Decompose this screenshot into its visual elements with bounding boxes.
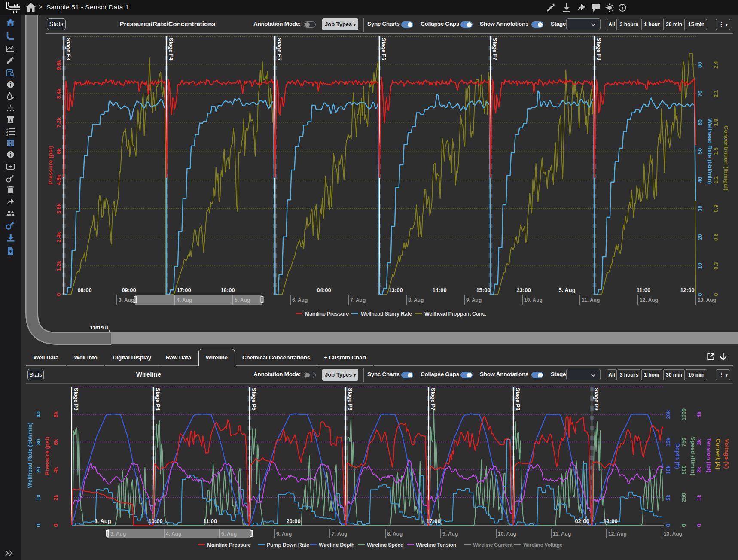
svg-text:Tension (lbf): Tension (lbf): [706, 438, 712, 472]
svg-text:Stage P3: Stage P3: [73, 388, 79, 411]
svg-text:Pressure (psi): Pressure (psi): [44, 437, 50, 475]
svg-text:Stage P6: Stage P6: [347, 388, 353, 411]
svg-text:3. Aug: 3. Aug: [110, 531, 126, 537]
svg-text:17:00: 17:00: [426, 518, 440, 524]
svg-text:6. Aug: 6. Aug: [276, 531, 292, 537]
svg-text:Wellhead Rate (bbl/min): Wellhead Rate (bbl/min): [27, 423, 33, 488]
svg-text:4k: 4k: [53, 467, 59, 473]
svg-text:4k: 4k: [696, 411, 702, 417]
svg-text:Stage P5: Stage P5: [251, 388, 257, 411]
svg-text:1: 1: [6, 128, 8, 130]
svg-text:Wireline Tension: Wireline Tension: [416, 542, 456, 548]
svg-text:3k: 3k: [696, 439, 702, 445]
svg-text:1000: 1000: [681, 408, 687, 420]
svg-text:0: 0: [665, 523, 671, 527]
svg-text:11:00: 11:00: [203, 518, 217, 524]
svg-text:0: 0: [696, 523, 702, 527]
svg-text:Speed (ft/min): Speed (ft/min): [690, 437, 696, 475]
svg-text:20: 20: [36, 467, 42, 473]
svg-text:250: 250: [681, 493, 687, 502]
svg-text:Mainline Pressure: Mainline Pressure: [207, 542, 251, 548]
svg-text:13. Aug: 13. Aug: [664, 531, 682, 537]
svg-text:Wireline Speed: Wireline Speed: [367, 542, 403, 548]
svg-text:Depth (ft): Depth (ft): [674, 443, 681, 469]
svg-text:Wireline Voltage: Wireline Voltage: [523, 542, 563, 548]
svg-text:0: 0: [681, 523, 687, 527]
svg-text:10:00: 10:00: [148, 518, 162, 524]
svg-text:10: 10: [36, 495, 42, 501]
svg-text:Stage P9: Stage P9: [593, 388, 599, 411]
svg-text:Wireline Depth: Wireline Depth: [319, 542, 354, 548]
svg-text:0: 0: [36, 523, 42, 527]
svg-text:2k: 2k: [696, 467, 702, 473]
svg-text:Stage P7: Stage P7: [430, 388, 436, 411]
svg-text:2: 2: [6, 131, 8, 133]
svg-text:3. Aug: 3. Aug: [94, 518, 111, 524]
svg-text:1k: 1k: [696, 495, 702, 501]
svg-text:Voltage (V): Voltage (V): [723, 439, 730, 469]
svg-text:10. Aug: 10. Aug: [498, 531, 516, 537]
svg-text:4. Aug: 4. Aug: [166, 531, 181, 537]
svg-text:Stage P4: Stage P4: [155, 388, 161, 411]
svg-text:10k: 10k: [665, 466, 671, 475]
svg-text:6k: 6k: [53, 439, 59, 445]
svg-text:13:00: 13:00: [603, 518, 617, 524]
svg-text:8. Aug: 8. Aug: [387, 531, 403, 537]
svg-text:2k: 2k: [53, 495, 59, 501]
svg-text:11. Aug: 11. Aug: [553, 531, 571, 537]
svg-text:5. Aug: 5. Aug: [221, 531, 237, 537]
svg-text:7. Aug: 7. Aug: [332, 531, 347, 537]
svg-text:8k: 8k: [53, 411, 59, 417]
svg-text:9. Aug: 9. Aug: [442, 531, 458, 537]
svg-text:Stage P8: Stage P8: [515, 388, 521, 411]
svg-text:5k: 5k: [665, 495, 671, 501]
svg-text:750: 750: [681, 438, 687, 447]
svg-text:20:00: 20:00: [286, 518, 300, 524]
svg-text:40: 40: [36, 411, 42, 417]
svg-text:15k: 15k: [665, 438, 671, 447]
svg-text:Wireline Current: Wireline Current: [473, 542, 513, 548]
svg-text:30: 30: [36, 439, 42, 445]
svg-text:0: 0: [53, 523, 59, 527]
svg-text:Current (A): Current (A): [715, 438, 721, 469]
svg-text:12. Aug: 12. Aug: [608, 531, 627, 537]
svg-text:500: 500: [681, 466, 687, 475]
svg-text:02:00: 02:00: [575, 518, 589, 524]
svg-text:Pump Down Rate: Pump Down Rate: [267, 542, 309, 548]
svg-text:20k: 20k: [665, 410, 671, 419]
svg-text:3: 3: [6, 134, 8, 136]
